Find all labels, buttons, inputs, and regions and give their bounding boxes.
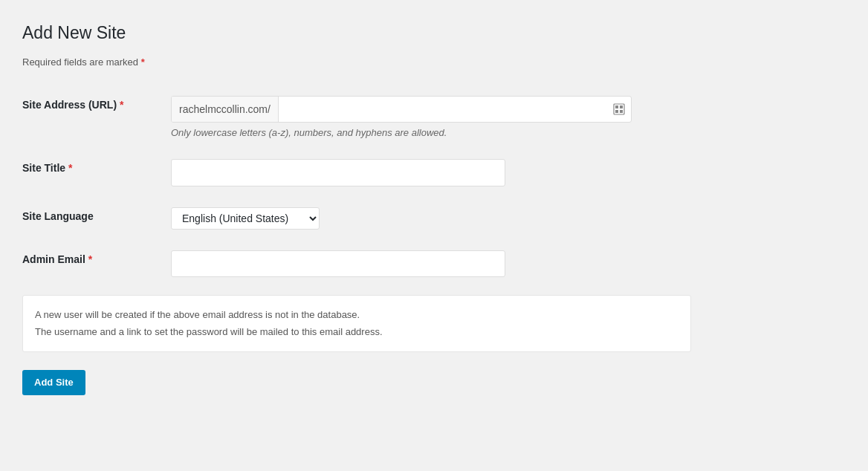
site-language-select[interactable]: English (United States) (171, 207, 320, 230)
site-address-field: rachelmccollin.com/ Only (171, 85, 691, 149)
svg-rect-1 (615, 105, 618, 108)
site-title-label: Site Title * (22, 149, 171, 196)
url-hint: Only lowercase letters (a-z), numbers, a… (171, 127, 684, 138)
svg-rect-4 (620, 110, 623, 113)
form-table: Site Address (URL) * rachelmccollin.com/ (22, 85, 691, 288)
site-language-field: English (United States) (171, 197, 691, 240)
site-language-label: Site Language (22, 197, 171, 240)
site-address-input[interactable] (279, 99, 607, 120)
info-box: A new user will be created if the above … (22, 295, 691, 352)
admin-email-field (171, 240, 691, 288)
required-notice: Required fields are marked * (22, 56, 691, 68)
site-language-row: Site Language English (United States) (22, 197, 691, 240)
add-site-button[interactable]: Add Site (22, 370, 85, 395)
admin-email-input[interactable] (171, 250, 505, 277)
required-star-title: * (68, 162, 72, 174)
admin-email-row: Admin Email * (22, 240, 691, 288)
site-title-field (171, 149, 691, 196)
info-line1: A new user will be created if the above … (35, 306, 678, 323)
site-address-label: Site Address (URL) * (22, 85, 171, 149)
site-title-input[interactable] (171, 159, 505, 186)
required-star-email: * (88, 253, 92, 265)
page-title: Add New Site (22, 22, 691, 45)
svg-rect-2 (620, 105, 623, 108)
url-icon[interactable] (607, 100, 631, 118)
info-line2: The username and a link to set the passw… (35, 323, 678, 340)
required-star-url: * (120, 99, 123, 111)
page-container: Add New Site Required fields are marked … (22, 22, 691, 395)
site-address-row: Site Address (URL) * rachelmccollin.com/ (22, 85, 691, 149)
url-field-wrapper: rachelmccollin.com/ (171, 96, 632, 123)
url-prefix: rachelmccollin.com/ (172, 97, 279, 122)
required-star: * (141, 56, 145, 68)
admin-email-label: Admin Email * (22, 240, 171, 288)
site-title-row: Site Title * (22, 149, 691, 196)
svg-rect-3 (615, 110, 618, 113)
